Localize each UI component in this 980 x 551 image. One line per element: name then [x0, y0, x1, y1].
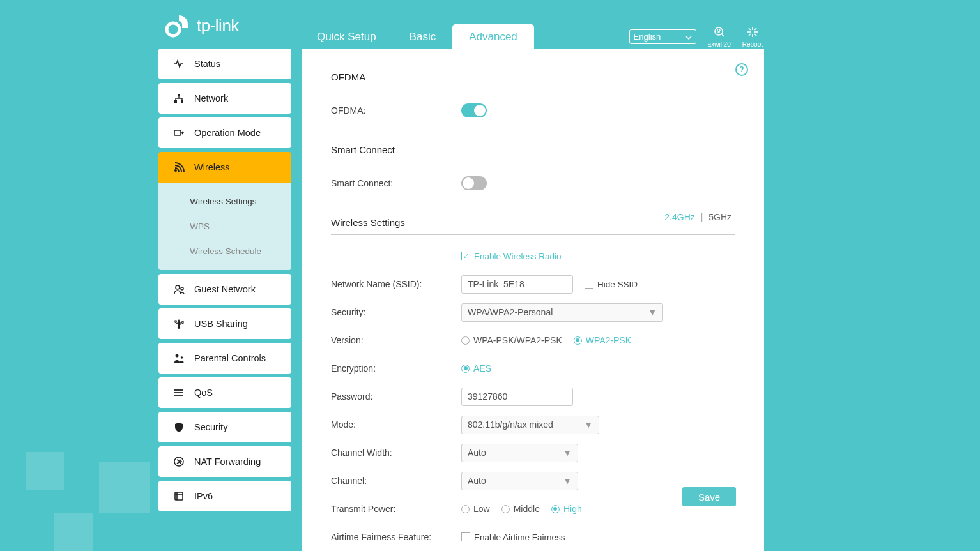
svg-rect-15: [174, 130, 181, 135]
svg-point-18: [181, 287, 183, 290]
checkbox-icon: [585, 280, 593, 289]
svg-rect-14: [181, 100, 183, 103]
password-input[interactable]: 39127860: [461, 388, 573, 406]
hide-ssid-checkbox[interactable]: Hide SSID: [585, 280, 638, 289]
sidebar-item-status[interactable]: Status: [158, 49, 291, 79]
power-option-high[interactable]: High: [551, 504, 582, 514]
wireless-submenu: Wireless Settings WPS Wireless Schedule: [158, 183, 291, 270]
sidebar-item-ipv6[interactable]: IPv6: [158, 481, 291, 511]
brand-logo: tp-link: [164, 11, 239, 40]
chevron-down-icon: [685, 32, 692, 42]
background-decoration: [0, 423, 160, 551]
sidebar-item-label: Operation Mode: [194, 128, 261, 138]
power-option-low[interactable]: Low: [461, 504, 490, 514]
smart-connect-label: Smart Connect:: [331, 178, 461, 188]
language-select[interactable]: English: [629, 29, 696, 44]
checkbox-icon: [461, 252, 470, 260]
smart-connect-toggle[interactable]: [461, 176, 487, 190]
enable-wireless-radio-checkbox[interactable]: Enable Wireless Radio: [461, 252, 562, 261]
chevron-down-icon: ▼: [648, 307, 657, 317]
ofdma-toggle[interactable]: [461, 103, 487, 117]
sidebar-item-label: Wireless: [194, 162, 230, 172]
svg-rect-13: [174, 100, 177, 103]
submenu-wireless-settings[interactable]: Wireless Settings: [158, 189, 291, 214]
svg-point-2: [717, 29, 720, 32]
channel-width-select[interactable]: Auto▼: [461, 444, 578, 462]
version-label: Version:: [331, 335, 461, 345]
ssid-input[interactable]: TP-Link_5E18: [461, 275, 573, 294]
sidebar-item-label: IPv6: [194, 491, 213, 501]
sidebar-item-nat-forwarding[interactable]: NAT Forwarding: [158, 446, 291, 477]
svg-line-10: [754, 28, 756, 30]
sidebar-item-label: USB Sharing: [194, 319, 248, 329]
help-icon[interactable]: ?: [735, 63, 749, 79]
user-magnify-icon: [713, 26, 726, 41]
version-option-0[interactable]: WPA-PSK/WPA2-PSK: [461, 335, 562, 345]
chevron-down-icon: ▼: [563, 448, 572, 458]
security-label: Security:: [331, 307, 461, 317]
airtime-check-label: Enable Airtime Fairness: [474, 532, 565, 542]
brand-name: tp-link: [197, 16, 239, 36]
version-option-1[interactable]: WPA2-PSK: [574, 335, 631, 345]
sidebar-item-label: Parental Controls: [194, 353, 266, 363]
hide-ssid-label: Hide SSID: [597, 280, 638, 289]
user-label: axwifi20: [708, 41, 731, 48]
sidebar-item-security[interactable]: Security: [158, 412, 291, 442]
channel-select[interactable]: Auto▼: [461, 472, 578, 490]
smart-connect-title: Smart Connect: [331, 139, 735, 162]
reboot-icon: [746, 26, 759, 41]
user-account-button[interactable]: axwifi20: [708, 26, 731, 48]
parental-icon: [172, 352, 185, 365]
channel-width-label: Channel Width:: [331, 448, 461, 458]
svg-point-17: [176, 285, 180, 289]
sidebar-item-usb-sharing[interactable]: USB Sharing: [158, 308, 291, 339]
svg-point-20: [181, 356, 183, 359]
svg-line-11: [749, 34, 751, 36]
channel-label: Channel:: [331, 476, 461, 486]
tab-basic[interactable]: Basic: [393, 24, 453, 50]
ofdma-label: OFDMA:: [331, 105, 461, 116]
svg-point-16: [175, 170, 176, 171]
sidebar-item-qos[interactable]: QoS: [158, 377, 291, 408]
airtime-checkbox[interactable]: Enable Airtime Fairness: [461, 532, 565, 542]
operation-mode-icon: [172, 126, 185, 139]
encryption-option-0[interactable]: AES: [461, 363, 491, 374]
network-icon: [172, 92, 185, 105]
sidebar-item-label: Network: [194, 93, 228, 103]
encryption-label: Encryption:: [331, 363, 461, 374]
usb-icon: [172, 317, 185, 330]
mode-select[interactable]: 802.11b/g/n/ax mixed▼: [461, 416, 599, 434]
sidebar-item-operation-mode[interactable]: Operation Mode: [158, 117, 291, 148]
band-tab-5ghz[interactable]: 5GHz: [705, 212, 735, 222]
svg-rect-12: [178, 94, 180, 96]
enable-radio-label: Enable Wireless Radio: [474, 252, 562, 261]
svg-rect-25: [175, 492, 183, 500]
band-tabs: 2.4GHz | 5GHz: [661, 212, 735, 222]
tab-advanced[interactable]: Advanced: [452, 24, 534, 50]
language-value: English: [634, 32, 661, 42]
sidebar-item-network[interactable]: Network: [158, 83, 291, 114]
sidebar-item-label: Security: [194, 422, 227, 432]
submenu-wireless-schedule[interactable]: Wireless Schedule: [158, 239, 291, 264]
security-select[interactable]: WPA/WPA2-Personal▼: [461, 303, 663, 322]
transmit-power-label: Transmit Power:: [331, 504, 461, 514]
svg-point-0: [167, 23, 180, 36]
tplink-logo-icon: [164, 11, 192, 40]
tab-quick-setup[interactable]: Quick Setup: [300, 24, 393, 50]
sidebar-item-label: QoS: [194, 388, 213, 398]
nat-icon: [172, 455, 185, 468]
power-option-middle[interactable]: Middle: [501, 504, 540, 514]
sidebar-item-guest-network[interactable]: Guest Network: [158, 274, 291, 305]
ipv6-icon: [172, 490, 185, 502]
chevron-down-icon: ▼: [584, 419, 593, 430]
svg-point-19: [176, 354, 179, 358]
svg-text:?: ?: [739, 65, 744, 74]
sidebar-item-parental-controls[interactable]: Parental Controls: [158, 343, 291, 374]
airtime-label: Airtime Fairness Feature:: [331, 532, 461, 542]
save-button[interactable]: Save: [682, 487, 736, 506]
reboot-button[interactable]: Reboot: [742, 26, 763, 48]
band-tab-24ghz[interactable]: 2.4GHz: [661, 212, 698, 222]
svg-line-9: [754, 34, 756, 36]
sidebar-item-wireless[interactable]: Wireless: [158, 152, 291, 183]
submenu-wps[interactable]: WPS: [158, 214, 291, 239]
